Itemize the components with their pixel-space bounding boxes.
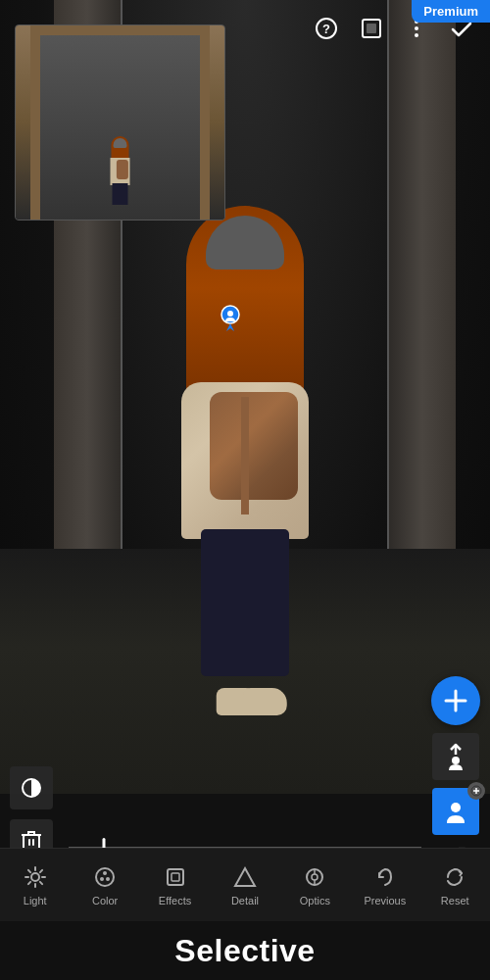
bottom-toolbar: Light Color Effects [0,848,490,921]
color-label: Color [92,895,118,906]
previous-label: Previous [364,895,406,906]
detail-icon [231,863,259,891]
previous-icon [371,863,399,891]
tool-color[interactable]: Color [75,863,134,906]
tool-reset[interactable]: Reset [425,863,484,906]
tool-light[interactable]: Light [6,863,65,906]
light-icon [22,863,49,891]
svg-rect-35 [172,873,179,881]
tool-optics[interactable]: Optics [285,863,344,906]
bottom-title-bar: Selective [0,921,490,980]
svg-point-31 [103,871,107,875]
svg-line-29 [28,882,30,884]
premium-badge: Premium [412,0,490,23]
right-tools: ⌕ − [431,676,480,862]
subject-mask-button[interactable] [432,788,479,835]
svg-point-7 [415,26,418,30]
svg-rect-5 [367,24,376,33]
tool-detail[interactable]: Detail [216,863,274,906]
svg-rect-34 [168,869,183,885]
tool-badge [467,782,485,800]
optics-label: Optics [300,895,330,906]
thumbnail-preview [15,24,225,220]
add-button[interactable] [431,676,480,725]
effects-icon [162,863,189,891]
svg-point-32 [100,877,104,881]
svg-point-33 [106,877,110,881]
subject-legs [201,529,289,676]
detail-label: Detail [231,895,259,906]
svg-line-26 [28,870,30,872]
person-pin-marker[interactable] [216,304,245,333]
optics-icon [301,863,328,891]
subject-backpack [210,392,298,500]
bottom-title-text: Selective [174,933,315,969]
svg-point-38 [312,874,318,880]
svg-point-14 [452,757,460,764]
reset-label: Reset [441,895,469,906]
reset-icon [441,863,468,891]
subject-shoe-right [243,688,287,715]
effects-label: Effects [159,895,191,906]
svg-point-30 [96,868,114,886]
app-container: Premium [0,0,490,980]
svg-line-27 [40,882,42,884]
invert-button[interactable] [10,766,53,809]
subject [147,206,343,715]
help-button[interactable]: ? [313,15,340,42]
svg-point-8 [415,33,418,37]
subject-backpack-strap [241,397,249,514]
svg-point-21 [31,873,39,881]
color-icon [91,863,119,891]
svg-line-28 [40,870,42,872]
svg-marker-36 [235,868,255,886]
svg-text:?: ? [322,22,330,36]
tool-previous[interactable]: Previous [356,863,415,906]
svg-point-15 [451,803,461,812]
mask-button[interactable] [358,15,385,42]
subject-select-button[interactable] [432,733,479,780]
tool-effects[interactable]: Effects [146,863,205,906]
main-photo: ? [0,0,490,794]
svg-point-1 [227,311,233,317]
light-label: Light [24,895,47,906]
